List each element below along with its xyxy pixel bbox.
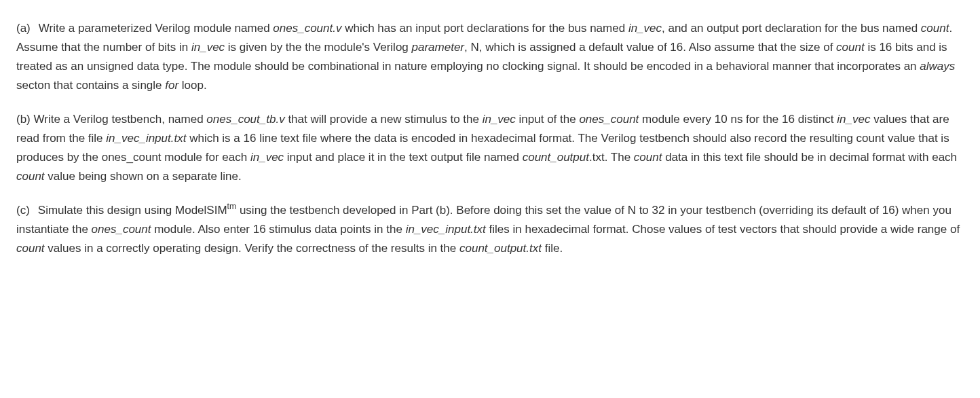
text: files in hexadecimal format. Chose value…: [486, 223, 960, 236]
text-italic: count: [16, 170, 45, 183]
text-italic: parameter: [412, 41, 464, 54]
text-italic: count: [16, 242, 45, 255]
text: Write a Verilog testbench, named: [34, 113, 207, 126]
text-italic: in_vec_input.txt: [106, 132, 186, 145]
text: value being shown on a separate line.: [45, 170, 242, 183]
text-italic: count: [836, 41, 865, 54]
text: input of the: [516, 113, 580, 126]
text: module every 10 ns for the 16 distinct: [639, 113, 837, 126]
text: Write a parameterized Verilog module nam…: [39, 22, 274, 35]
text-italic: count_output: [523, 151, 589, 164]
text: data in this text file should be in deci…: [662, 151, 957, 164]
text: input and place it in the text output fi…: [284, 151, 523, 164]
text: which has an input port declarations for…: [341, 22, 628, 35]
text: loop.: [178, 79, 207, 92]
text: , N, which is assigned a default value o…: [464, 41, 836, 54]
text: that will provide a new stimulus to the: [285, 113, 483, 126]
text-italic: in_vec: [483, 113, 516, 126]
text: file.: [542, 242, 563, 255]
text: .txt. The: [589, 151, 634, 164]
text-italic: always: [920, 60, 955, 73]
paragraph-b: (b) Write a Verilog testbench, named one…: [16, 110, 964, 186]
paragraph-a: (a)Write a parameterized Verilog module …: [16, 19, 964, 95]
text-italic: for: [165, 79, 178, 92]
text-italic: in_vec: [250, 151, 284, 164]
text: secton that contains a single: [16, 79, 165, 92]
text: , and an output port declaration for the…: [662, 22, 921, 35]
text-italic: count: [921, 22, 949, 35]
text-italic: count: [634, 151, 662, 164]
text: module. Also enter 16 stimulus data poin…: [151, 223, 405, 236]
text-italic: ones_count: [92, 223, 151, 236]
part-label-c: (c): [16, 204, 30, 217]
text-italic: in_vec: [837, 113, 870, 126]
paragraph-c: (c)Simulate this design using ModelSIMtm…: [16, 201, 964, 258]
text-italic: in_vec_input.txt: [406, 223, 486, 236]
part-label-a: (a): [16, 22, 31, 35]
text: Simulate this design using ModelSIM: [38, 204, 227, 217]
text-italic: count_output.txt: [459, 242, 542, 255]
text-italic: ones_cout_tb.v: [206, 113, 284, 126]
part-label-b: (b): [16, 113, 31, 126]
text-italic: ones_count.v: [273, 22, 341, 35]
superscript-tm: tm: [227, 202, 237, 212]
text-italic: ones_count: [579, 113, 639, 126]
text: is given by the the module's Verilog: [225, 41, 411, 54]
text-italic: in_vec: [628, 22, 662, 35]
text-italic: in_vec: [191, 41, 225, 54]
text: values in a correctly operating design. …: [45, 242, 459, 255]
